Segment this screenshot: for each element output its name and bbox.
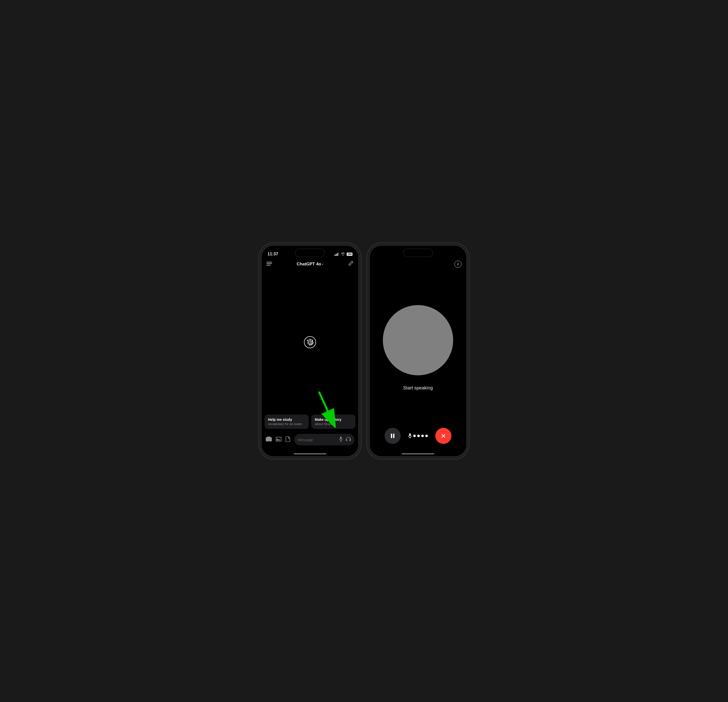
svg-rect-1 — [336, 254, 337, 256]
chat-area — [261, 270, 358, 415]
signal-icon — [335, 252, 339, 256]
info-icon[interactable]: i — [454, 261, 461, 268]
phone2-screen: i Start speaking — [370, 245, 467, 457]
suggestions-row: Help me study vocabulary for an exam Mak… — [264, 415, 355, 429]
dot-2 — [417, 435, 420, 437]
edit-icon[interactable] — [348, 261, 354, 267]
svg-rect-5 — [267, 263, 272, 264]
svg-rect-11 — [393, 434, 394, 438]
voice-orb — [383, 305, 453, 375]
svg-rect-4 — [267, 262, 272, 262]
photo-icon[interactable] — [276, 436, 282, 443]
svg-rect-7 — [340, 437, 342, 440]
start-speaking-text: Start speaking — [403, 385, 433, 391]
dynamic-island-2 — [403, 249, 433, 257]
phone1-screen: 11:37 100 — [261, 245, 358, 457]
battery-badge: 100 — [347, 252, 352, 256]
svg-rect-2 — [337, 253, 338, 256]
suggestion-subtitle-1: about Shark — [315, 422, 352, 426]
voice-orb-area: Start speaking — [370, 268, 467, 428]
dot-1 — [413, 435, 416, 437]
suggestion-title-1: Make up a story — [315, 418, 352, 422]
svg-rect-0 — [335, 255, 335, 256]
menu-icon[interactable] — [267, 261, 272, 267]
suggestion-title-0: Help me study — [268, 418, 305, 422]
nav-title-text: ChatGPT 4o — [297, 262, 321, 267]
voice-controls — [370, 428, 467, 457]
svg-rect-3 — [338, 252, 339, 256]
phone-2: i Start speaking — [369, 245, 467, 457]
close-button[interactable] — [435, 428, 451, 444]
mic-dots-area — [408, 433, 428, 438]
message-placeholder[interactable]: Message — [298, 438, 337, 442]
nav-title[interactable]: ChatGPT 4o › — [297, 262, 323, 267]
nav-chevron-icon: › — [322, 262, 323, 266]
dot-3 — [421, 435, 424, 437]
wifi-icon — [341, 252, 345, 256]
home-indicator-2 — [402, 453, 434, 454]
file-icon[interactable] — [285, 436, 291, 443]
camera-icon[interactable] — [266, 436, 272, 443]
svg-rect-6 — [267, 265, 270, 265]
status-time: 11:37 — [267, 252, 278, 257]
suggestion-card-0[interactable]: Help me study vocabulary for an exam — [264, 415, 309, 429]
dynamic-island — [295, 249, 325, 257]
svg-rect-12 — [409, 433, 411, 436]
chatgpt-logo — [304, 336, 316, 348]
suggestion-card-1[interactable]: Make up a story about Shark — [311, 415, 355, 429]
suggestions-area: Help me study vocabulary for an exam Mak… — [261, 415, 358, 431]
headphone-icon[interactable] — [345, 437, 351, 443]
phone-1: 11:37 100 — [261, 245, 359, 457]
home-indicator — [294, 453, 326, 454]
suggestion-subtitle-0: vocabulary for an exam — [268, 422, 305, 426]
status-icons: 100 — [335, 252, 352, 256]
dot-4 — [425, 435, 428, 437]
svg-rect-10 — [391, 434, 392, 438]
microphone-icon[interactable] — [339, 436, 343, 443]
input-bar: Message — [261, 431, 358, 457]
message-input-wrap[interactable]: Message — [294, 434, 354, 445]
pause-button[interactable] — [384, 428, 401, 444]
